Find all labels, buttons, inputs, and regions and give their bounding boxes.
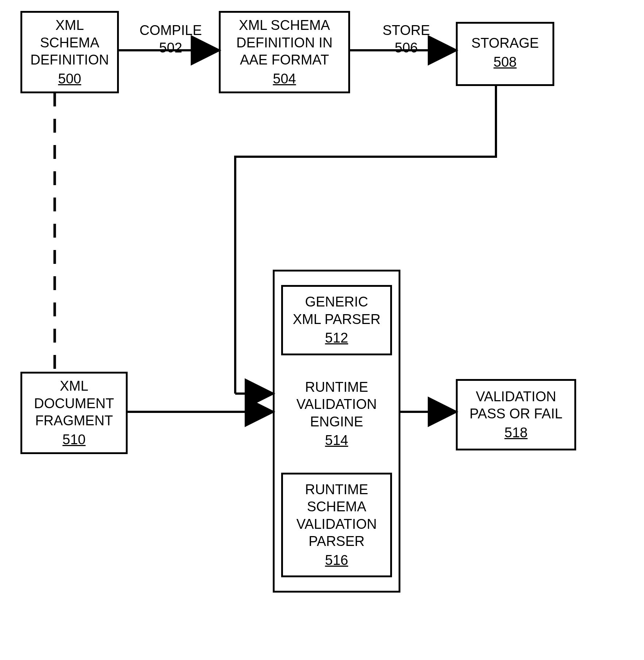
edge-ref: 502 bbox=[134, 39, 207, 57]
node-label: GENERIC XML PARSER bbox=[293, 293, 381, 328]
edge-label-store: STORE 506 bbox=[373, 22, 439, 56]
node-label: XML DOCUMENT FRAGMENT bbox=[34, 378, 114, 430]
node-ref: 500 bbox=[58, 70, 81, 88]
node-label: XML SCHEMA DEFINITION IN AAE FORMAT bbox=[236, 17, 333, 69]
node-ref: 518 bbox=[504, 424, 527, 442]
node-xml-schema-definition: XML SCHEMA DEFINITION 500 bbox=[20, 11, 119, 93]
node-label: RUNTIME SCHEMA VALIDATION PARSER bbox=[296, 481, 377, 550]
node-ref: 510 bbox=[62, 431, 85, 449]
edge-text: STORE bbox=[383, 23, 430, 38]
node-ref: 516 bbox=[325, 552, 348, 569]
node-storage: STORAGE 508 bbox=[456, 22, 554, 86]
node-generic-xml-parser: GENERIC XML PARSER 512 bbox=[281, 285, 392, 355]
edge-text: COMPILE bbox=[139, 23, 202, 38]
node-runtime-validation-engine: RUNTIME VALIDATION ENGINE 514 bbox=[281, 370, 392, 458]
diagram-canvas: XML SCHEMA DEFINITION 500 COMPILE 502 XM… bbox=[0, 0, 644, 660]
node-xml-schema-aae: XML SCHEMA DEFINITION IN AAE FORMAT 504 bbox=[219, 11, 350, 93]
node-label: RUNTIME VALIDATION ENGINE bbox=[296, 379, 377, 431]
edge-label-compile: COMPILE 502 bbox=[134, 22, 207, 56]
edge-ref: 506 bbox=[373, 39, 439, 57]
node-label: XML SCHEMA DEFINITION bbox=[30, 17, 109, 69]
node-ref: 504 bbox=[273, 70, 296, 88]
node-ref: 512 bbox=[325, 329, 348, 347]
node-engine-container: GENERIC XML PARSER 512 RUNTIME VALIDATIO… bbox=[273, 270, 400, 593]
node-ref: 514 bbox=[325, 432, 348, 449]
node-xml-doc-fragment: XML DOCUMENT FRAGMENT 510 bbox=[20, 372, 128, 454]
node-ref: 508 bbox=[493, 54, 516, 71]
node-runtime-schema-validation-parser: RUNTIME SCHEMA VALIDATION PARSER 516 bbox=[281, 473, 392, 578]
node-label: STORAGE bbox=[471, 35, 539, 52]
node-label: VALIDATION PASS OR FAIL bbox=[470, 388, 563, 423]
node-validation-result: VALIDATION PASS OR FAIL 518 bbox=[456, 379, 576, 450]
